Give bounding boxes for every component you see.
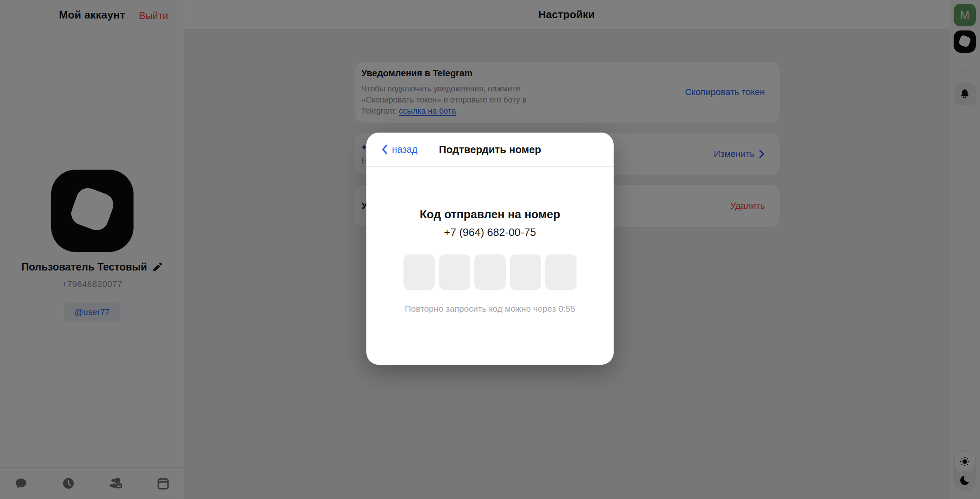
code-input-box[interactable] (510, 254, 541, 290)
back-button[interactable]: назад (381, 133, 417, 166)
chevron-left-icon (381, 144, 388, 155)
app-window: Мой аккаунт Выйти Пользователь Тестовый … (0, 0, 980, 499)
code-input-box[interactable] (474, 254, 506, 290)
code-input-box[interactable] (439, 254, 470, 290)
modal-body: Код отправлен на номер +7 (964) 682-00-7… (366, 208, 614, 314)
code-input-box[interactable] (545, 254, 577, 290)
confirm-phone-modal: назад Подтвердить номер Код отправлен на… (366, 133, 614, 365)
code-input-row (366, 254, 614, 290)
back-label: назад (392, 144, 417, 155)
modal-title: Подтвердить номер (439, 144, 541, 156)
code-sent-message: Код отправлен на номер (366, 208, 614, 221)
code-phone-number: +7 (964) 682-00-75 (366, 226, 614, 239)
resend-timer-text: Повторно запросить код можно через 0:55 (366, 304, 614, 314)
code-input-box[interactable] (403, 254, 435, 290)
modal-header: назад Подтвердить номер (366, 133, 614, 167)
